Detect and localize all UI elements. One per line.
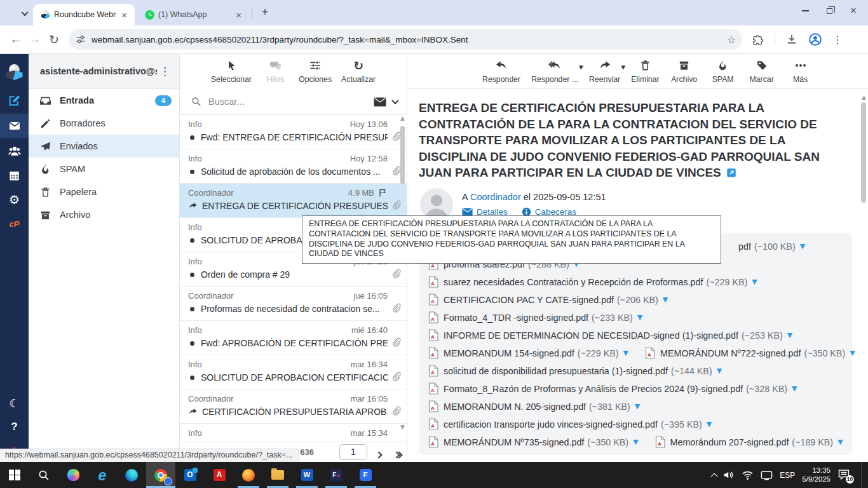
- attachment-item[interactable]: Asuarez necesidades Contratación y Recep…: [428, 276, 757, 288]
- taskbar-search-button[interactable]: [29, 462, 58, 488]
- window-minimize-button[interactable]: [802, 10, 809, 11]
- volume-icon[interactable]: [722, 470, 735, 480]
- search-scope-mail-icon[interactable]: [374, 97, 386, 107]
- message-row[interactable]: Coordinador4.9 MBENTREGA DE CERTIFICACIÓ…: [180, 184, 407, 218]
- taskbar-internet-explorer-button[interactable]: e: [88, 462, 117, 488]
- scroll-down-icon[interactable]: ▼: [398, 424, 407, 430]
- attachment-dropdown-icon[interactable]: ▼: [752, 278, 757, 286]
- attachment-item[interactable]: AMEMORÁNDUM Nº735-signed.pdf(~350 KB)▼: [428, 436, 639, 448]
- attachment-name[interactable]: solicitud de disponibilidad presupuestar…: [444, 366, 668, 376]
- spam-button[interactable]: SPAM: [709, 58, 737, 88]
- reply-button[interactable]: Responder: [482, 58, 520, 88]
- attachment-dropdown-icon[interactable]: ▼: [837, 438, 843, 446]
- site-settings-icon[interactable]: [75, 34, 86, 45]
- start-button[interactable]: [0, 462, 29, 488]
- mark-button[interactable]: Marcar: [748, 58, 776, 88]
- taskbar-word-button[interactable]: W: [292, 462, 322, 488]
- attachment-name[interactable]: MEMORÁNDUM Nº722-signed.pdf: [660, 348, 801, 358]
- account-header[interactable]: asistente-administrativo@sa... ⋮: [29, 54, 179, 89]
- url-text[interactable]: webmail.sanjuan.gob.ec/cpsess4685020211/…: [92, 35, 727, 44]
- delete-button[interactable]: Eliminar: [631, 58, 659, 88]
- tab-roundcube[interactable]: Roundcube Webmail :: Enviados ×: [33, 4, 135, 25]
- forward-button[interactable]: Reenviar ▼: [589, 58, 620, 88]
- tab-close-icon[interactable]: ×: [234, 10, 243, 20]
- browser-menu-icon[interactable]: ⋮: [832, 34, 843, 46]
- compose-icon[interactable]: [0, 90, 29, 111]
- tab-whatsapp[interactable]: (1) WhatsApp ×: [137, 4, 249, 25]
- message-row[interactable]: Coordinadorjue 16:05Proformas de necesid…: [180, 287, 407, 321]
- settings-gear-icon[interactable]: ⚙: [0, 189, 29, 210]
- attachment-name[interactable]: certificacion transporte judo vinces-sig…: [444, 419, 658, 430]
- bookmark-star-icon[interactable]: ☆: [727, 34, 736, 46]
- window-restore-button[interactable]: [827, 8, 832, 14]
- attachment-item[interactable]: AFormato_8_Razón de Proformas y Análisis…: [428, 383, 797, 395]
- message-row[interactable]: InfoHoy 13:06Fwd: ENTREGA DE CERTIFICACI…: [180, 115, 407, 149]
- attachment-item[interactable]: AFormato_4_TDR -signed-signed.pdf(~233 K…: [428, 311, 642, 323]
- reply-all-button[interactable]: Responder ... ▼: [531, 58, 578, 88]
- list-scrollbar[interactable]: ▲ ▼: [398, 115, 407, 442]
- options-button[interactable]: Opciones: [299, 58, 332, 89]
- attachment-dropdown-icon[interactable]: ▼: [623, 349, 628, 357]
- threads-button[interactable]: Hilos: [261, 58, 289, 89]
- account-menu-icon[interactable]: ⋮: [157, 65, 173, 78]
- roundcube-logo-icon[interactable]: [0, 58, 29, 87]
- taskbar-app-f1-button[interactable]: F≡: [322, 462, 351, 488]
- forward-dropdown-icon[interactable]: ▼: [621, 64, 625, 71]
- next-page-button[interactable]: [376, 449, 381, 460]
- archive-button[interactable]: Archivo: [670, 58, 698, 88]
- attachment-item[interactable]: AINFORME DE DETERMINACION DE NECESIDAD-s…: [428, 329, 792, 341]
- message-row[interactable]: Coordinadormar 16:05CERTIFICACIÓN PRESUP…: [180, 390, 407, 424]
- taskbar-outlook-button[interactable]: O: [175, 462, 205, 488]
- help-icon[interactable]: ?: [0, 416, 29, 438]
- search-options-chevron-icon[interactable]: [391, 97, 398, 104]
- message-row[interactable]: Infomar 15:34: [180, 424, 407, 442]
- attachment-item[interactable]: AMEMORANDUM N. 205-signed.pdf(~381 KB)▼: [428, 400, 640, 412]
- message-row[interactable]: Infomié 16:40Fwd: APROBACIÓN DE CERTIFIC…: [180, 321, 407, 355]
- tray-overflow-chevron-icon[interactable]: [711, 473, 718, 480]
- cast-screen-icon[interactable]: [761, 470, 773, 480]
- attachment-name[interactable]: Formato_4_TDR -signed-signed.pdf: [444, 313, 588, 323]
- attachment-name[interactable]: Formato_8_Razón de Proformas y Análisis …: [444, 384, 743, 394]
- refresh-button[interactable]: ↻ Actualizar: [341, 58, 376, 89]
- attachment-item[interactable]: AMEMORÁNDUM Nº722-signed.pdf(~350 KB)▼: [645, 347, 855, 359]
- attachment-item[interactable]: AMemorándum 207-signed.pdf(~189 KB)▼: [655, 436, 843, 448]
- message-row[interactable]: InfoHoy 12:58Solicitud de aprobación de …: [180, 149, 407, 184]
- sidebar-item-enviados[interactable]: Enviados: [29, 135, 179, 158]
- notification-center-icon[interactable]: 10: [837, 469, 851, 482]
- keyboard-language[interactable]: ESP: [780, 471, 795, 480]
- taskbar-file-explorer-button[interactable]: [263, 462, 292, 488]
- list-scroll-thumb[interactable]: [400, 126, 405, 184]
- sidebar-item-borradores[interactable]: Borradores: [29, 112, 179, 135]
- forward-button[interactable]: →: [25, 32, 44, 46]
- sidebar-item-archivo[interactable]: Archivo: [29, 203, 179, 226]
- wifi-icon[interactable]: [742, 470, 754, 480]
- search-placeholder[interactable]: Buscar...: [208, 97, 367, 107]
- calendar-icon[interactable]: [0, 165, 29, 186]
- contacts-icon[interactable]: [0, 140, 29, 162]
- attachment-dropdown-icon[interactable]: ▼: [637, 313, 642, 322]
- new-tab-button[interactable]: +: [258, 6, 272, 20]
- back-button[interactable]: ←: [6, 32, 25, 46]
- taskbar-edge-button[interactable]: [117, 462, 146, 488]
- tab-search-button[interactable]: [19, 8, 31, 19]
- window-close-button[interactable]: ×: [850, 8, 857, 14]
- search-bar[interactable]: Buscar...: [180, 89, 407, 115]
- profile-icon[interactable]: [808, 32, 822, 46]
- address-bar[interactable]: webmail.sanjuan.gob.ec/cpsess4685020211/…: [69, 29, 742, 50]
- downloads-icon[interactable]: [785, 33, 798, 46]
- reader-scroll-up-icon[interactable]: ▲: [862, 94, 866, 100]
- attachment-dropdown-icon[interactable]: ▼: [707, 420, 712, 428]
- attachment-name[interactable]: MEMORÁNDUM Nº735-signed.pdf: [444, 437, 584, 447]
- last-page-button[interactable]: [394, 449, 402, 460]
- more-button[interactable]: Más: [787, 58, 815, 88]
- taskbar-chrome-button[interactable]: [146, 462, 175, 488]
- taskbar-app-f2-button[interactable]: F: [351, 462, 380, 488]
- extensions-icon[interactable]: [752, 34, 764, 46]
- dark-mode-moon-icon[interactable]: ☾: [0, 392, 29, 414]
- select-button[interactable]: Seleccionar: [211, 58, 252, 89]
- mail-icon[interactable]: [0, 114, 29, 138]
- cpanel-icon[interactable]: cP: [0, 213, 29, 234]
- flag-icon[interactable]: [378, 188, 388, 198]
- attachment-dropdown-icon[interactable]: ▼: [800, 242, 805, 250]
- reload-button[interactable]: ↻: [44, 32, 64, 46]
